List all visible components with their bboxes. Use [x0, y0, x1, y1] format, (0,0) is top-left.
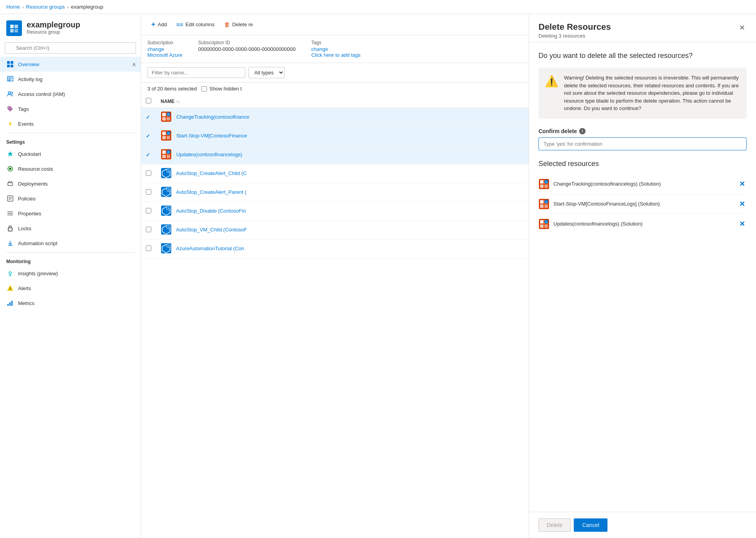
select-all-checkbox[interactable] [146, 98, 151, 103]
row-checkbox-cell: ✓ [141, 108, 156, 127]
info-icon: i [579, 128, 586, 134]
settings-divider [6, 133, 134, 133]
breadcrumb-home[interactable]: Home [6, 4, 20, 10]
sort-icon[interactable]: ↑↓ [176, 99, 180, 104]
policies-icon [6, 195, 14, 202]
row-checkbox[interactable] [146, 208, 151, 213]
breadcrumb-resource-groups[interactable]: Resource groups [26, 4, 65, 10]
sidebar-item-events[interactable]: Events [0, 116, 141, 131]
table-row: ✓ ≈ Start-Stop-VM[ContosoFinance [141, 127, 529, 146]
delete-confirm-button[interactable]: Delete [538, 518, 571, 532]
subscription-change-link[interactable]: change [147, 46, 164, 52]
sidebar-item-deployments-label: Deployments [18, 181, 48, 187]
remove-resource-button[interactable]: ✕ [738, 218, 747, 230]
row-checkbox-cell [141, 221, 156, 240]
svg-rect-82 [540, 184, 544, 188]
filter-type-select[interactable]: All types [248, 67, 285, 78]
svg-text:≈: ≈ [168, 150, 170, 154]
sidebar-item-alerts[interactable]: Alerts [0, 281, 141, 296]
close-panel-button[interactable]: ✕ [738, 22, 747, 34]
row-checkbox[interactable] [146, 170, 151, 176]
sidebar-item-overview[interactable]: Overview ∧ [0, 57, 141, 72]
svg-point-12 [8, 92, 11, 94]
svg-rect-34 [10, 290, 11, 291]
tags-change-link[interactable]: change [311, 46, 328, 52]
resource-name-link[interactable]: Start-Stop-VM[ContosoFinance [176, 133, 247, 139]
delete-button[interactable]: 🗑 Delete re [220, 19, 257, 30]
resource-type-icon: ≈ [161, 130, 172, 142]
svg-rect-42 [167, 117, 170, 121]
sidebar-item-tags-label: Tags [18, 106, 29, 112]
delete-question: Do you want to delete all the selected r… [538, 52, 747, 60]
sidebar-item-quickstart[interactable]: Quickstart [0, 146, 141, 161]
sidebar-item-automation-script[interactable]: Automation script [0, 236, 141, 251]
selected-resource-item: ≈ Updates(contosofinancelogs) (Solution)… [538, 214, 747, 234]
resources-table: NAME ↑↓ ✓ ≈ ChangeTracking(contosofinanc… [141, 95, 529, 258]
sidebar-item-insights[interactable]: Insights (preview) [0, 266, 141, 281]
sidebar-item-locks[interactable]: Locks [0, 221, 141, 236]
check-mark: ✓ [146, 152, 150, 158]
remove-resource-button[interactable]: ✕ [738, 198, 747, 210]
sidebar-item-access-control[interactable]: Access control (IAM) [0, 87, 141, 101]
sidebar-item-metrics[interactable]: Metrics [0, 296, 141, 311]
svg-rect-9 [8, 78, 12, 78]
warning-text: Warning! Deleting the selected resources… [564, 74, 740, 112]
svg-rect-6 [7, 65, 10, 67]
subscription-value: change Microsoft Azure [147, 46, 183, 58]
resource-name-link[interactable]: ChangeTracking(contosofinance [176, 114, 250, 120]
sidebar-title-group: examplegroup Resource group [27, 20, 80, 35]
sidebar-item-tags[interactable]: Tags [0, 101, 141, 116]
show-hidden-checkbox[interactable] [201, 86, 207, 92]
delete-panel-footer: Delete Cancel [529, 512, 756, 538]
resource-name-link[interactable]: AutoStop_CreateAlert_Child (C [176, 170, 247, 176]
subscription-group: Subscription change Microsoft Azure [147, 40, 183, 58]
svg-text:≈: ≈ [168, 132, 170, 135]
sidebar-item-insights-label: Insights (preview) [18, 271, 58, 276]
sidebar-item-policies[interactable]: Policies [0, 191, 141, 206]
subscription-name-link[interactable]: Microsoft Azure [147, 52, 183, 58]
sidebar-item-deployments[interactable]: Deployments [0, 176, 141, 191]
table-row: ≈ AutoStop_CreateAlert_Parent ( [141, 183, 529, 202]
delete-panel-title-group: Delete Resources Deleting 3 resources [538, 22, 611, 39]
breadcrumb-sep-2: › [67, 5, 69, 9]
warning-icon: ⚠️ [545, 75, 558, 88]
selected-resource-item: ≈ Start-Stop-VM[ContosoFinanceLogs] (Sol… [538, 194, 747, 214]
add-button[interactable]: + Add [147, 18, 171, 31]
breadcrumb-sep-1: › [22, 5, 24, 9]
resource-name-link[interactable]: AutoStop_Disable (ContosoFin [176, 208, 246, 214]
remove-resource-button[interactable]: ✕ [738, 178, 747, 190]
delete-resources-panel: Delete Resources Deleting 3 resources ✕ … [529, 14, 756, 538]
resource-name-link[interactable]: Updates(contosofinancelogs) [176, 152, 242, 157]
resource-name-link[interactable]: AutoStop_CreateAlert_Parent ( [176, 189, 247, 195]
sidebar-item-properties[interactable]: Properties [0, 206, 141, 221]
filter-name-input[interactable] [147, 67, 245, 78]
content-info: Subscription change Microsoft Azure Subs… [141, 35, 529, 63]
resource-name-link[interactable]: AzureAutomationTutorial (Con [176, 246, 244, 251]
resource-group-icon [6, 20, 22, 36]
edit-columns-button[interactable]: ≡≡ Edit columns [172, 19, 219, 30]
cancel-button[interactable]: Cancel [574, 518, 607, 532]
svg-rect-1 [15, 25, 18, 28]
confirm-delete-input[interactable] [538, 137, 747, 150]
delete-panel-subtitle: Deleting 3 resources [538, 33, 611, 39]
row-checkbox[interactable] [146, 246, 151, 251]
sidebar-item-activity-log[interactable]: Activity log [0, 72, 141, 87]
check-mark: ✓ [146, 114, 150, 120]
add-label: Add [158, 22, 167, 27]
content-toolbar: + Add ≡≡ Edit columns 🗑 Delete re [141, 14, 529, 35]
subscription-id-group: Subscription ID 00000000-0000-0000-0000-… [198, 40, 296, 58]
sidebar-item-resource-costs[interactable]: Resource costs [0, 161, 141, 176]
resource-type-icon: ≈ [161, 111, 172, 123]
svg-text:≈: ≈ [168, 226, 170, 229]
svg-rect-49 [167, 136, 170, 139]
edit-columns-label: Edit columns [185, 22, 214, 27]
row-checkbox[interactable] [146, 189, 151, 195]
search-input[interactable] [5, 42, 136, 54]
row-checkbox-cell [141, 202, 156, 221]
row-checkbox[interactable] [146, 227, 151, 232]
sidebar-item-alerts-label: Alerts [18, 285, 31, 291]
resource-name-link[interactable]: AutoStop_VM_Child (ContosoF [176, 227, 247, 233]
svg-text:≈: ≈ [168, 207, 170, 210]
table-row: ≈ AutoStop_VM_Child (ContosoF [141, 221, 529, 240]
tags-add-link[interactable]: Click here to add tags [311, 52, 361, 58]
